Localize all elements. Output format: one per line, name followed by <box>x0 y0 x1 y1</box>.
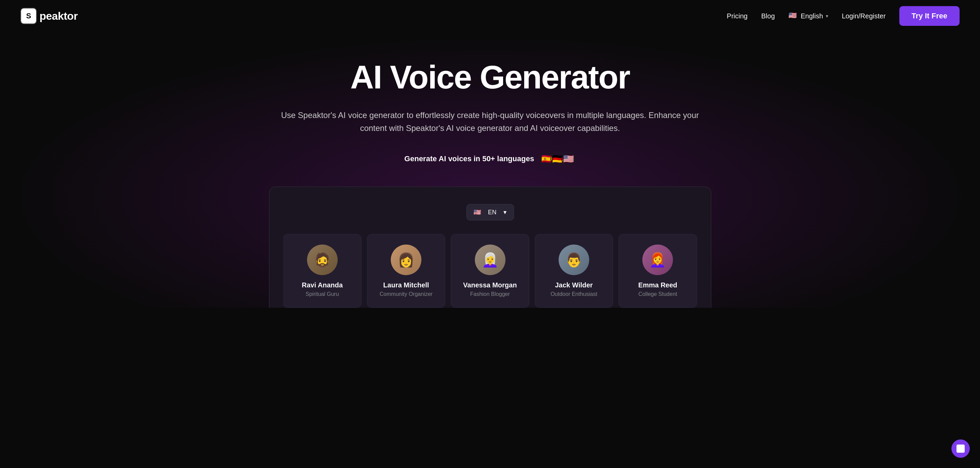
flag-cluster: 🇪🇸 🇩🇪 🇺🇸 <box>539 152 576 166</box>
voice-name: Vanessa Morgan <box>458 281 522 289</box>
hero-subtitle: Use Speaktor's AI voice generator to eff… <box>269 109 711 135</box>
avatar-image: 👨 <box>558 244 589 275</box>
header: S peaktor Pricing Blog 🇺🇸 English ▾ Logi… <box>0 0 980 32</box>
voice-avatar: 👩‍🦰 <box>642 244 673 275</box>
nav: Pricing Blog 🇺🇸 English ▾ Login/Register… <box>727 6 959 26</box>
app-lang-button[interactable]: 🇺🇸 EN ▾ <box>466 204 514 221</box>
flag-icon: 🇺🇸 <box>788 11 798 21</box>
voice-card[interactable]: 👩‍🦳 Vanessa Morgan Fashion Blogger <box>451 234 529 308</box>
avatar-image: 👩‍🦳 <box>475 244 506 275</box>
avatar-image: 👩‍🦰 <box>642 244 673 275</box>
voice-cards-container: 🧔 Ravi Ananda Spiritual Guru 👩 Laura Mit… <box>283 234 697 308</box>
app-flag-icon: 🇺🇸 <box>474 208 481 216</box>
voice-name: Ravi Ananda <box>290 281 354 289</box>
hero-title: AI Voice Generator <box>21 59 959 95</box>
voice-name: Emma Reed <box>626 281 690 289</box>
voice-name: Jack Wilder <box>542 281 606 289</box>
logo-icon: S <box>21 8 37 24</box>
voice-avatar: 👩 <box>391 244 422 275</box>
languages-text: Generate AI voices in 50+ languages <box>404 154 534 163</box>
hero-section: AI Voice Generator Use Speaktor's AI voi… <box>0 32 980 308</box>
voice-role: Fashion Blogger <box>458 291 522 297</box>
logo-wordmark: peaktor <box>40 10 78 22</box>
chat-icon <box>956 444 965 453</box>
voice-avatar: 👩‍🦳 <box>475 244 506 275</box>
voice-card[interactable]: 🧔 Ravi Ananda Spiritual Guru <box>283 234 361 308</box>
voice-role: College Student <box>626 291 690 297</box>
logo-text: peaktor <box>40 10 78 22</box>
voice-card[interactable]: 👩 Laura Mitchell Community Organizer <box>367 234 445 308</box>
app-lang-code: EN <box>488 209 496 216</box>
language-label: English <box>800 12 823 20</box>
flag-us: 🇺🇸 <box>561 152 576 166</box>
voice-role: Outdoor Enthusiast <box>542 291 606 297</box>
avatar-image: 👩 <box>391 244 422 275</box>
languages-row: Generate AI voices in 50+ languages 🇪🇸 🇩… <box>21 152 959 166</box>
voice-avatar: 👨 <box>558 244 589 275</box>
login-register-link[interactable]: Login/Register <box>842 12 886 20</box>
nav-blog[interactable]: Blog <box>761 12 775 20</box>
voice-role: Spiritual Guru <box>290 291 354 297</box>
chat-widget[interactable] <box>951 439 970 458</box>
app-chevron-icon: ▾ <box>503 208 506 216</box>
app-language-selector: 🇺🇸 EN ▾ <box>283 204 697 221</box>
avatar-image: 🧔 <box>307 244 338 275</box>
logo[interactable]: S peaktor <box>21 8 78 24</box>
voice-card[interactable]: 👩‍🦰 Emma Reed College Student <box>619 234 697 308</box>
voice-role: Community Organizer <box>374 291 438 297</box>
try-it-free-button[interactable]: Try It Free <box>899 6 959 26</box>
voice-avatar: 🧔 <box>307 244 338 275</box>
nav-pricing[interactable]: Pricing <box>727 12 748 20</box>
app-preview: 🇺🇸 EN ▾ 🧔 Ravi Ananda Spiritual Guru 👩 L… <box>269 186 711 308</box>
voice-card[interactable]: 👨 Jack Wilder Outdoor Enthusiast <box>535 234 613 308</box>
chevron-down-icon: ▾ <box>826 13 828 19</box>
voice-name: Laura Mitchell <box>374 281 438 289</box>
language-selector[interactable]: 🇺🇸 English ▾ <box>788 11 828 21</box>
